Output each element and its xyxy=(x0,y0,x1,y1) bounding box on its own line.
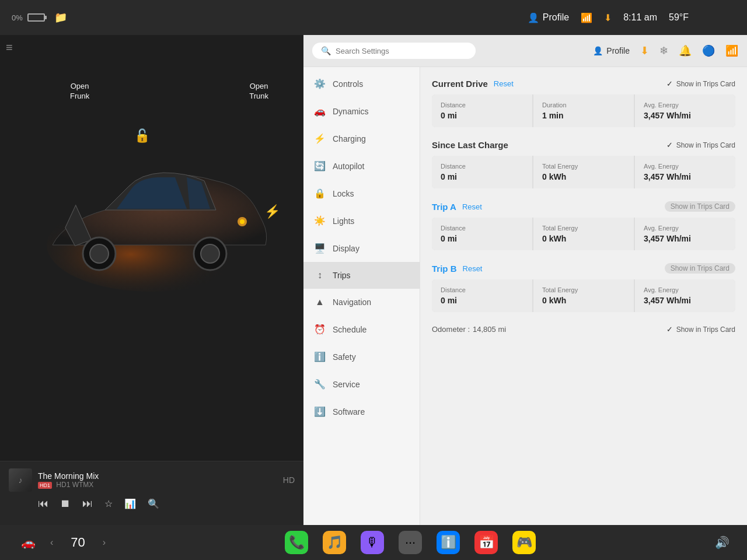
current-drive-section: Current Drive Reset ✓ Show in Trips Card… xyxy=(432,79,735,127)
search-icon: 🔍 xyxy=(321,46,331,55)
odometer-label: Odometer : xyxy=(432,325,470,334)
nav-item-service[interactable]: 🔧 Service xyxy=(303,370,420,398)
favorite-button[interactable]: ☆ xyxy=(104,498,113,509)
nav-item-autopilot[interactable]: 🔄 Autopilot xyxy=(303,152,420,180)
since-last-charge-header: Since Last Charge ✓ Show in Trips Card xyxy=(432,140,735,150)
hd-badge: HD1 xyxy=(38,482,52,489)
trip-a-distance-label: Distance xyxy=(441,225,523,232)
dock-right: 🔊 xyxy=(715,536,729,550)
header-icons: 👤 Profile ⬇ ❄ 🔔 🔵 📶 xyxy=(593,44,738,57)
dynamics-icon: 🚗 xyxy=(314,106,326,117)
nav-item-lights[interactable]: ☀️ Lights xyxy=(303,207,420,235)
dock-siri-app[interactable]: 🎙 xyxy=(361,531,384,554)
nav-item-schedule[interactable]: ⏰ Schedule xyxy=(303,316,420,343)
nav-item-locks[interactable]: 🔒 Locks xyxy=(303,180,420,207)
status-center: 👤 Profile 📶 ⬇ 8:11 am 59°F xyxy=(528,12,689,23)
profile-label-top: Profile xyxy=(543,12,569,23)
since-last-charge-distance-cell: Distance 0 mi xyxy=(432,156,532,188)
dock-calendar-app[interactable]: 📅 xyxy=(474,531,498,554)
since-last-charge-total-energy-label: Total Energy xyxy=(542,163,625,170)
trip-a-reset[interactable]: Reset xyxy=(462,202,482,211)
current-drive-distance-value: 0 mi xyxy=(441,111,523,120)
trip-a-show-trips[interactable]: Show in Trips Card xyxy=(665,201,735,212)
charging-label: Charging xyxy=(333,134,366,144)
charging-nav-icon: ⚡ xyxy=(314,133,326,144)
controls-icon: ⚙️ xyxy=(314,78,326,89)
header-profile-icon: 👤 xyxy=(593,46,603,55)
lights-icon: ☀️ xyxy=(314,215,326,226)
header-download-icon[interactable]: ⬇ xyxy=(640,44,649,57)
display-icon: 🖥️ xyxy=(314,243,326,254)
trip-a-avg-value: 3,457 Wh/mi xyxy=(644,234,727,243)
dock-arrow-left: ‹ xyxy=(50,537,53,548)
album-art: ♪ xyxy=(9,468,32,492)
volume-icon[interactable]: 🔊 xyxy=(715,536,729,550)
autopilot-label: Autopilot xyxy=(333,162,364,171)
trip-b-title: Trip B xyxy=(432,264,457,274)
dock-speed: 70 xyxy=(71,535,85,550)
dock-center: 📞 🎵 🎙 ··· ℹ️ 📅 🎮 xyxy=(106,531,715,554)
dock-games-app[interactable]: 🎮 xyxy=(512,531,536,554)
nav-item-display[interactable]: 🖥️ Display xyxy=(303,235,420,262)
current-drive-show-trips[interactable]: ✓ Show in Trips Card xyxy=(666,79,735,88)
since-last-charge-avg-value: 3,457 Wh/mi xyxy=(644,172,727,181)
nav-item-dynamics[interactable]: 🚗 Dynamics xyxy=(303,97,420,125)
display-label: Display xyxy=(333,244,359,253)
search-music-button[interactable]: 🔍 xyxy=(148,498,159,509)
time-display: 8:11 am xyxy=(623,12,657,23)
trip-a-header: Trip A Reset Show in Trips Card xyxy=(432,201,735,212)
navigation-label: Navigation xyxy=(333,298,371,307)
car-image xyxy=(0,82,303,362)
since-last-charge-distance-label: Distance xyxy=(441,163,523,170)
header-profile-button[interactable]: 👤 Profile xyxy=(593,46,630,55)
nav-item-trips[interactable]: ↕️ Trips xyxy=(303,262,420,289)
current-drive-title: Current Drive xyxy=(432,79,488,89)
menu-icon[interactable]: ≡ xyxy=(6,41,13,54)
search-input[interactable] xyxy=(336,47,467,55)
nav-item-charging[interactable]: ⚡ Charging xyxy=(303,125,420,152)
odometer-show-trips[interactable]: ✓ Show in Trips Card xyxy=(666,325,735,334)
trip-a-total-energy-label: Total Energy xyxy=(542,225,625,232)
previous-button[interactable]: ⏮ xyxy=(38,498,48,510)
main-content: ≡ Open Frunk Open Trunk 🔓 ⚡ xyxy=(0,35,747,525)
trip-b-reset[interactable]: Reset xyxy=(463,264,483,273)
trip-b-show-trips[interactable]: Show in Trips Card xyxy=(665,263,735,274)
header-bell-icon[interactable]: 🔔 xyxy=(679,44,692,57)
stop-button[interactable]: ⏹ xyxy=(60,498,71,510)
current-drive-reset[interactable]: Reset xyxy=(494,79,514,88)
dock-car-button[interactable]: 🚗 xyxy=(18,532,39,553)
search-box[interactable]: 🔍 xyxy=(312,43,476,59)
dock-phone-app[interactable]: 📞 xyxy=(285,531,308,554)
current-drive-energy-label: Avg. Energy xyxy=(644,102,727,108)
since-last-charge-show-trips[interactable]: ✓ Show in Trips Card xyxy=(666,141,735,149)
header-bluetooth-icon[interactable]: 🔵 xyxy=(702,44,715,57)
since-last-charge-energy-cell: Total Energy 0 kWh xyxy=(533,156,634,188)
dock-music-app[interactable]: 🎵 xyxy=(323,531,346,554)
lights-label: Lights xyxy=(333,216,354,226)
music-controls[interactable]: ⏮ ⏹ ⏭ ☆ 📊 🔍 xyxy=(9,498,295,510)
header-fan-icon[interactable]: ❄ xyxy=(659,44,668,57)
music-title: The Morning Mix xyxy=(38,471,277,481)
dock-info-app[interactable]: ℹ️ xyxy=(437,531,460,554)
profile-button-top[interactable]: 👤 Profile xyxy=(528,12,569,23)
equalizer-button[interactable]: 📊 xyxy=(124,498,136,509)
nav-item-safety[interactable]: ℹ️ Safety xyxy=(303,343,420,370)
nav-item-navigation[interactable]: ▲ Navigation xyxy=(303,289,420,316)
download-icon-top: ⬇ xyxy=(604,12,612,23)
locks-icon: 🔒 xyxy=(314,188,326,199)
trip-a-energy-cell: Total Energy 0 kWh xyxy=(533,218,634,250)
folder-icon: 📁 xyxy=(54,11,67,24)
header-signal-icon[interactable]: 📶 xyxy=(725,44,738,57)
service-label: Service xyxy=(333,380,360,389)
odometer-row: Odometer : 14,805 mi ✓ Show in Trips Car… xyxy=(432,325,735,334)
since-last-charge-avg-energy-cell: Avg. Energy 3,457 Wh/mi xyxy=(635,156,735,188)
since-last-charge-show-trips-label: Show in Trips Card xyxy=(676,141,735,149)
trip-b-total-energy-value: 0 kWh xyxy=(542,296,625,305)
next-button[interactable]: ⏭ xyxy=(82,498,93,510)
schedule-icon: ⏰ xyxy=(314,324,326,335)
music-top: ♪ The Morning Mix HD1 HD1 WTMX HD xyxy=(9,468,295,492)
nav-item-controls[interactable]: ⚙️ Controls xyxy=(303,70,420,97)
current-drive-distance-label: Distance xyxy=(441,102,523,108)
dock-more-app[interactable]: ··· xyxy=(399,531,422,554)
nav-item-software[interactable]: ⬇️ Software xyxy=(303,398,420,425)
